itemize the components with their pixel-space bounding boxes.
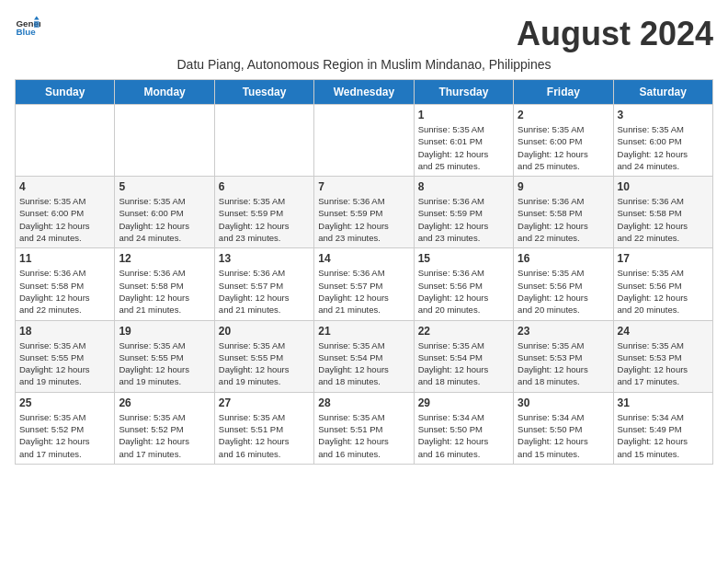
day-info: Sunrise: 5:35 AM Sunset: 6:00 PM Dayligh…	[618, 123, 709, 172]
calendar-cell: 24Sunrise: 5:35 AM Sunset: 5:53 PM Dayli…	[613, 320, 712, 392]
day-number: 4	[19, 180, 110, 193]
month-title: August 2024	[517, 15, 713, 53]
day-info: Sunrise: 5:35 AM Sunset: 5:51 PM Dayligh…	[318, 411, 409, 460]
day-number: 3	[618, 109, 709, 121]
weekday-header-friday: Friday	[514, 80, 613, 105]
calendar-cell	[314, 105, 414, 177]
day-number: 2	[518, 109, 609, 121]
calendar-cell: 19Sunrise: 5:35 AM Sunset: 5:55 PM Dayli…	[115, 320, 214, 392]
calendar-cell: 1Sunrise: 5:35 AM Sunset: 6:01 PM Daylig…	[414, 105, 513, 177]
day-info: Sunrise: 5:36 AM Sunset: 5:58 PM Dayligh…	[19, 267, 110, 316]
day-number: 20	[219, 325, 310, 338]
calendar-cell: 21Sunrise: 5:35 AM Sunset: 5:54 PM Dayli…	[314, 320, 414, 392]
calendar-subtitle: Datu Piang, Autonomous Region in Muslim …	[15, 57, 713, 72]
day-info: Sunrise: 5:36 AM Sunset: 5:58 PM Dayligh…	[119, 267, 210, 316]
day-number: 27	[219, 396, 310, 409]
calendar-cell: 25Sunrise: 5:35 AM Sunset: 5:52 PM Dayli…	[16, 392, 115, 464]
day-info: Sunrise: 5:35 AM Sunset: 5:56 PM Dayligh…	[618, 267, 709, 316]
day-number: 1	[418, 109, 509, 121]
day-number: 28	[318, 396, 409, 409]
day-info: Sunrise: 5:34 AM Sunset: 5:50 PM Dayligh…	[518, 411, 609, 460]
day-number: 10	[618, 180, 709, 193]
day-info: Sunrise: 5:35 AM Sunset: 5:54 PM Dayligh…	[418, 339, 509, 388]
week-row-1: 1Sunrise: 5:35 AM Sunset: 6:01 PM Daylig…	[16, 105, 713, 177]
day-info: Sunrise: 5:35 AM Sunset: 6:00 PM Dayligh…	[518, 123, 609, 172]
day-number: 16	[518, 252, 609, 265]
week-row-2: 4Sunrise: 5:35 AM Sunset: 6:00 PM Daylig…	[16, 177, 713, 248]
day-info: Sunrise: 5:36 AM Sunset: 5:59 PM Dayligh…	[418, 195, 509, 244]
day-number: 13	[219, 252, 310, 265]
calendar-cell: 3Sunrise: 5:35 AM Sunset: 6:00 PM Daylig…	[613, 105, 712, 177]
week-row-5: 25Sunrise: 5:35 AM Sunset: 5:52 PM Dayli…	[16, 392, 713, 464]
logo-icon: General Blue	[15, 15, 40, 40]
day-number: 5	[119, 180, 210, 193]
calendar-cell	[214, 105, 313, 177]
day-info: Sunrise: 5:35 AM Sunset: 6:00 PM Dayligh…	[119, 195, 210, 244]
day-info: Sunrise: 5:35 AM Sunset: 5:53 PM Dayligh…	[618, 339, 709, 388]
calendar-cell: 7Sunrise: 5:36 AM Sunset: 5:59 PM Daylig…	[314, 177, 414, 248]
week-row-3: 11Sunrise: 5:36 AM Sunset: 5:58 PM Dayli…	[16, 248, 713, 320]
day-info: Sunrise: 5:35 AM Sunset: 6:01 PM Dayligh…	[418, 123, 509, 172]
calendar-cell: 28Sunrise: 5:35 AM Sunset: 5:51 PM Dayli…	[314, 392, 414, 464]
day-info: Sunrise: 5:36 AM Sunset: 5:56 PM Dayligh…	[418, 267, 509, 316]
calendar-cell: 18Sunrise: 5:35 AM Sunset: 5:55 PM Dayli…	[16, 320, 115, 392]
calendar-cell: 26Sunrise: 5:35 AM Sunset: 5:52 PM Dayli…	[115, 392, 214, 464]
calendar-cell: 12Sunrise: 5:36 AM Sunset: 5:58 PM Dayli…	[115, 248, 214, 320]
svg-text:Blue: Blue	[16, 27, 36, 37]
day-number: 15	[418, 252, 509, 265]
day-info: Sunrise: 5:35 AM Sunset: 5:59 PM Dayligh…	[219, 195, 310, 244]
day-info: Sunrise: 5:35 AM Sunset: 5:54 PM Dayligh…	[318, 339, 409, 388]
calendar-table: SundayMondayTuesdayWednesdayThursdayFrid…	[15, 79, 713, 465]
day-info: Sunrise: 5:34 AM Sunset: 5:50 PM Dayligh…	[418, 411, 509, 460]
day-info: Sunrise: 5:34 AM Sunset: 5:49 PM Dayligh…	[618, 411, 709, 460]
calendar-cell: 14Sunrise: 5:36 AM Sunset: 5:57 PM Dayli…	[314, 248, 414, 320]
calendar-cell: 15Sunrise: 5:36 AM Sunset: 5:56 PM Dayli…	[414, 248, 513, 320]
day-number: 11	[19, 252, 110, 265]
calendar-cell: 22Sunrise: 5:35 AM Sunset: 5:54 PM Dayli…	[414, 320, 513, 392]
day-info: Sunrise: 5:35 AM Sunset: 6:00 PM Dayligh…	[19, 195, 110, 244]
day-number: 31	[618, 396, 709, 409]
day-number: 14	[318, 252, 409, 265]
weekday-header-thursday: Thursday	[414, 80, 513, 105]
weekday-header-sunday: Sunday	[16, 80, 115, 105]
page-header: General Blue August 2024	[15, 15, 713, 53]
day-info: Sunrise: 5:36 AM Sunset: 5:58 PM Dayligh…	[518, 195, 609, 244]
day-info: Sunrise: 5:35 AM Sunset: 5:55 PM Dayligh…	[19, 339, 110, 388]
calendar-cell: 2Sunrise: 5:35 AM Sunset: 6:00 PM Daylig…	[514, 105, 613, 177]
day-info: Sunrise: 5:35 AM Sunset: 5:52 PM Dayligh…	[119, 411, 210, 460]
day-number: 29	[418, 396, 509, 409]
weekday-header-row: SundayMondayTuesdayWednesdayThursdayFrid…	[16, 80, 713, 105]
day-number: 6	[219, 180, 310, 193]
day-info: Sunrise: 5:36 AM Sunset: 5:58 PM Dayligh…	[618, 195, 709, 244]
day-info: Sunrise: 5:36 AM Sunset: 5:59 PM Dayligh…	[318, 195, 409, 244]
day-number: 21	[318, 325, 409, 338]
weekday-header-wednesday: Wednesday	[314, 80, 414, 105]
calendar-cell: 27Sunrise: 5:35 AM Sunset: 5:51 PM Dayli…	[214, 392, 313, 464]
logo: General Blue	[15, 15, 40, 40]
svg-marker-3	[34, 21, 40, 28]
calendar-cell	[115, 105, 214, 177]
week-row-4: 18Sunrise: 5:35 AM Sunset: 5:55 PM Dayli…	[16, 320, 713, 392]
day-info: Sunrise: 5:35 AM Sunset: 5:53 PM Dayligh…	[518, 339, 609, 388]
day-number: 23	[518, 325, 609, 338]
calendar-cell: 16Sunrise: 5:35 AM Sunset: 5:56 PM Dayli…	[514, 248, 613, 320]
calendar-cell: 5Sunrise: 5:35 AM Sunset: 6:00 PM Daylig…	[115, 177, 214, 248]
weekday-header-tuesday: Tuesday	[214, 80, 313, 105]
day-number: 9	[518, 180, 609, 193]
day-number: 24	[618, 325, 709, 338]
day-number: 8	[418, 180, 509, 193]
day-number: 18	[19, 325, 110, 338]
day-info: Sunrise: 5:35 AM Sunset: 5:51 PM Dayligh…	[219, 411, 310, 460]
day-number: 7	[318, 180, 409, 193]
day-number: 26	[119, 396, 210, 409]
calendar-cell: 17Sunrise: 5:35 AM Sunset: 5:56 PM Dayli…	[613, 248, 712, 320]
day-info: Sunrise: 5:36 AM Sunset: 5:57 PM Dayligh…	[219, 267, 310, 316]
calendar-cell: 11Sunrise: 5:36 AM Sunset: 5:58 PM Dayli…	[16, 248, 115, 320]
calendar-cell: 10Sunrise: 5:36 AM Sunset: 5:58 PM Dayli…	[613, 177, 712, 248]
calendar-cell: 8Sunrise: 5:36 AM Sunset: 5:59 PM Daylig…	[414, 177, 513, 248]
calendar-cell: 29Sunrise: 5:34 AM Sunset: 5:50 PM Dayli…	[414, 392, 513, 464]
calendar-cell: 4Sunrise: 5:35 AM Sunset: 6:00 PM Daylig…	[16, 177, 115, 248]
calendar-cell: 31Sunrise: 5:34 AM Sunset: 5:49 PM Dayli…	[613, 392, 712, 464]
day-number: 30	[518, 396, 609, 409]
day-number: 17	[618, 252, 709, 265]
